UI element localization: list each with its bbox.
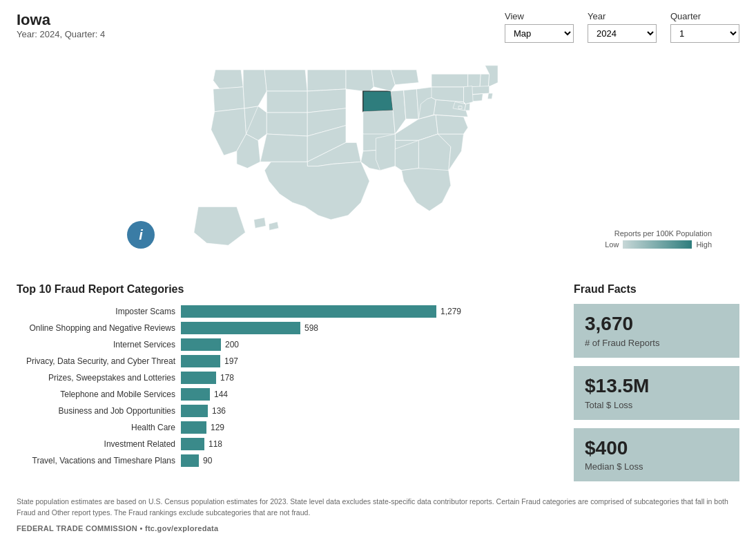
bar-label: Privacy, Data Security, and Cyber Threat [17, 356, 175, 366]
year-control: Year 2024 2023 2022 2021 [588, 11, 657, 43]
footnote: State population estimates are based on … [0, 490, 756, 521]
svg-marker-8 [266, 113, 307, 136]
bar-track: 1,279 [181, 305, 546, 318]
view-label: View [505, 11, 574, 21]
bar-value: 197 [224, 356, 238, 366]
svg-marker-33 [402, 169, 451, 211]
svg-marker-0 [213, 70, 243, 89]
bar-track: 178 [181, 372, 546, 384]
bar-value: 598 [304, 323, 318, 333]
bar-track: 598 [181, 322, 546, 334]
info-icon[interactable]: i [127, 221, 155, 249]
bar-row: Internet Services200 [17, 338, 546, 351]
svg-marker-1 [213, 87, 244, 112]
svg-marker-38 [432, 87, 464, 102]
view-select[interactable]: Map Table [505, 24, 574, 43]
svg-marker-51 [254, 218, 266, 229]
bar-track: 197 [181, 355, 546, 367]
bar-chart: Imposter Scams1,279Online Shopping and N… [17, 305, 546, 467]
legend-title: Reports per 100K Population [614, 229, 712, 238]
facts-title: Fraud Facts [574, 283, 739, 296]
year-select[interactable]: 2024 2023 2022 2021 [588, 24, 657, 43]
quarter-control: Quarter 1 2 3 4 [670, 11, 739, 43]
map-container: i Reports per 100K Population Low High [17, 48, 739, 262]
bar-value: 90 [203, 456, 212, 465]
bar-row: Telephone and Mobile Services144 [17, 388, 546, 401]
svg-marker-52 [269, 222, 278, 230]
bar-track: 118 [181, 438, 546, 450]
fact-value: 3,670 [585, 314, 728, 335]
svg-marker-30 [376, 134, 395, 171]
fact-label: Median $ Loss [585, 461, 728, 472]
legend-bar-container: Low High [605, 240, 712, 249]
bar-label: Online Shopping and Negative Reviews [17, 323, 175, 333]
chart-section: Top 10 Fraud Report Categories Imposter … [17, 283, 546, 490]
header-controls: View Map Table Year 2024 2023 2022 2021 … [505, 11, 739, 43]
svg-marker-40 [468, 74, 481, 87]
svg-marker-6 [266, 91, 307, 113]
bar-value: 200 [225, 340, 239, 349]
bar-fill [181, 405, 208, 417]
svg-marker-50 [194, 206, 245, 245]
fact-label: # of Fraud Reports [585, 338, 728, 348]
bar-track: 136 [181, 405, 546, 417]
quarter-label: Quarter [670, 11, 739, 21]
bar-label: Travel, Vacations and Timeshare Plans [17, 456, 175, 465]
fact-card: $400Median $ Loss [574, 428, 739, 482]
svg-marker-11 [307, 70, 346, 91]
bar-fill [181, 372, 216, 384]
svg-marker-16 [264, 162, 369, 220]
svg-marker-39 [432, 74, 468, 87]
legend-low-label: Low [605, 240, 619, 249]
view-control: View Map Table [505, 11, 574, 43]
bar-label: Prizes, Sweepstakes and Lotteries [17, 373, 175, 383]
bar-value: 129 [211, 423, 224, 432]
bar-row: Travel, Vacations and Timeshare Plans90 [17, 454, 546, 467]
legend-high-label: High [696, 240, 712, 249]
bottom-section: Top 10 Fraud Report Categories Imposter … [0, 276, 756, 490]
svg-marker-45 [487, 93, 492, 99]
bar-row: Health Care129 [17, 421, 546, 434]
fact-label: Total $ Loss [585, 400, 728, 410]
svg-marker-46 [464, 86, 474, 104]
fact-value: $400 [585, 438, 728, 459]
svg-marker-22 [391, 70, 418, 85]
map-section: i Reports per 100K Population Low High [0, 48, 756, 276]
bar-fill [181, 421, 206, 434]
bar-row: Investment Related118 [17, 438, 546, 450]
fact-card: 3,670# of Fraud Reports [574, 304, 739, 358]
bar-fill [181, 338, 221, 351]
bar-track: 129 [181, 421, 546, 434]
fact-card: $13.5MTotal $ Loss [574, 366, 739, 420]
footer: FEDERAL TRADE COMMISSION • ftc.gov/explo… [0, 521, 756, 538]
state-title: Iowa [17, 11, 105, 29]
bar-track: 144 [181, 388, 546, 401]
svg-marker-5 [264, 70, 307, 91]
bar-label: Internet Services [17, 340, 175, 349]
svg-marker-24 [404, 89, 419, 119]
bar-label: Business and Job Opportunities [17, 406, 175, 416]
legend-gradient [623, 240, 692, 249]
fact-cards: 3,670# of Fraud Reports$13.5MTotal $ Los… [574, 304, 739, 481]
bar-label: Investment Related [17, 439, 175, 449]
bar-fill [181, 305, 436, 318]
bar-fill [181, 438, 204, 450]
bar-track: 90 [181, 454, 546, 467]
header-title-section: Iowa Year: 2024, Quarter: 4 [17, 11, 105, 39]
fact-value: $13.5M [585, 376, 728, 397]
quarter-select[interactable]: 1 2 3 4 [670, 24, 739, 43]
bar-value: 136 [212, 406, 226, 416]
bar-track: 200 [181, 338, 546, 351]
bar-value: 118 [209, 439, 222, 449]
bar-value: 144 [214, 390, 228, 399]
bar-label: Health Care [17, 423, 175, 432]
svg-marker-10 [260, 134, 307, 162]
bar-row: Business and Job Opportunities136 [17, 405, 546, 417]
svg-marker-41 [480, 74, 490, 87]
year-quarter-subtitle: Year: 2024, Quarter: 4 [17, 29, 105, 39]
bar-row: Privacy, Data Security, and Cyber Threat… [17, 355, 546, 367]
bar-row: Imposter Scams1,279 [17, 305, 546, 318]
bar-row: Prizes, Sweepstakes and Lotteries178 [17, 372, 546, 384]
bar-label: Telephone and Mobile Services [17, 390, 175, 399]
page-header: Iowa Year: 2024, Quarter: 4 View Map Tab… [0, 0, 756, 48]
